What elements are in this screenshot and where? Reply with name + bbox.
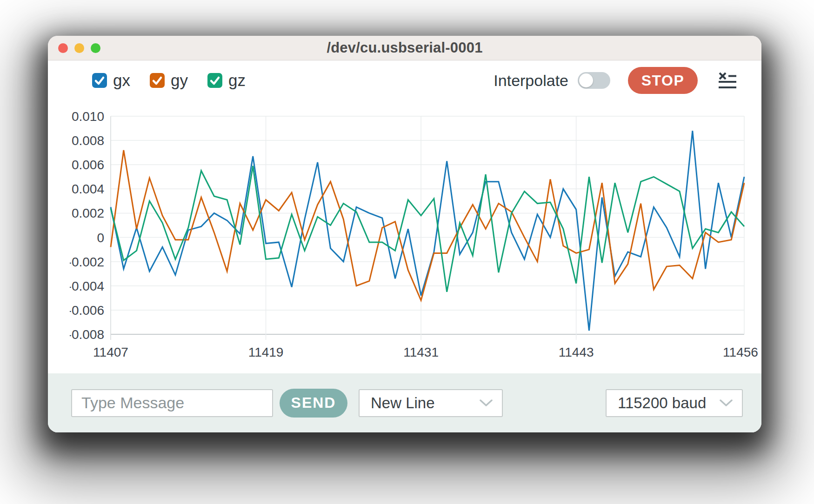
series-toggle-gz[interactable]: gz [207,71,246,90]
svg-text:0.010: 0.010 [72,110,104,124]
svg-text:11443: 11443 [559,345,594,359]
line-ending-value: New Line [371,394,435,412]
minimize-window-button[interactable] [74,43,84,53]
check-icon [150,73,165,88]
chevron-down-icon [720,399,733,407]
gz-checkbox[interactable] [207,73,222,88]
window-title: /dev/cu.usbserial-0001 [48,36,761,60]
svg-text:11407: 11407 [93,345,128,359]
svg-text:0: 0 [97,231,104,245]
window-titlebar: /dev/cu.usbserial-0001 [48,36,761,60]
baud-rate-select[interactable]: 115200 baud [606,389,743,417]
chart-area: 0.0100.0080.0060.0040.0020-0.002-0.004-0… [48,95,761,373]
traffic-lights [58,36,100,60]
svg-text:0.004: 0.004 [72,182,104,196]
svg-text:11419: 11419 [248,345,284,359]
gz-checkbox-label: gz [228,71,246,90]
svg-text:-0.006: -0.006 [70,303,104,318]
close-window-button[interactable] [58,43,68,53]
svg-text:0.008: 0.008 [72,133,104,148]
line-chart: 0.0100.0080.0060.0040.0020-0.002-0.004-0… [70,110,767,370]
stop-button[interactable]: STOP [628,67,698,94]
interpolate-label: Interpolate [494,72,568,90]
gx-checkbox[interactable] [92,73,107,88]
toolbar: gx gy gz Interpolate STOP [48,66,761,95]
toggle-knob [579,73,593,87]
bottom-bar: SEND New Line 115200 baud [48,373,761,432]
zoom-window-button[interactable] [91,43,100,53]
svg-text:-0.008: -0.008 [70,327,104,342]
svg-text:-0.004: -0.004 [70,279,104,293]
baud-rate-value: 115200 baud [618,394,706,412]
series-toggle-gx[interactable]: gx [92,71,130,90]
svg-text:-0.002: -0.002 [70,255,104,269]
gx-checkbox-label: gx [113,71,130,90]
send-button[interactable]: SEND [280,389,347,418]
app-window: /dev/cu.usbserial-0001 gx gy gz Interpol… [48,36,761,432]
clear-list-icon[interactable] [719,72,736,89]
message-input[interactable] [71,389,273,417]
svg-text:11431: 11431 [403,345,439,359]
chevron-down-icon [480,399,493,407]
series-toggle-gy[interactable]: gy [150,71,188,90]
interpolate-toggle[interactable] [578,72,610,89]
svg-text:11456: 11456 [723,345,758,359]
check-icon [207,73,222,88]
svg-text:0.002: 0.002 [72,206,104,220]
gy-checkbox-label: gy [171,71,188,90]
check-icon [92,73,107,88]
svg-text:0.006: 0.006 [72,158,104,172]
gy-checkbox[interactable] [150,73,165,88]
line-ending-select[interactable]: New Line [359,389,503,417]
